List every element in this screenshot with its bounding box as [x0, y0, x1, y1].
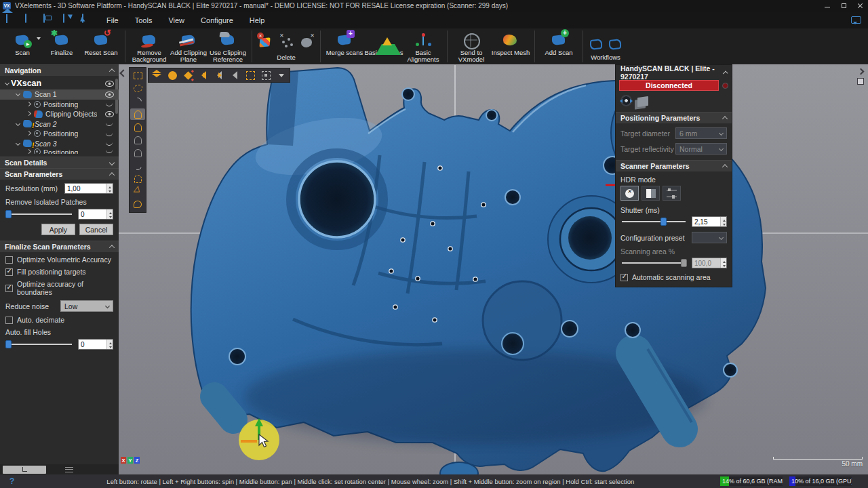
- tree-item[interactable]: Scan 3: [0, 139, 119, 149]
- resolution-spinbox[interactable]: [64, 183, 113, 194]
- cancel-button[interactable]: Cancel: [79, 224, 113, 235]
- tree-expander-icon[interactable]: [26, 101, 33, 108]
- scan-parameters-header[interactable]: Scan Parameters: [0, 168, 119, 180]
- visibility-toggle-icon[interactable]: [104, 102, 115, 106]
- ribbon-button[interactable]: Add Clipping Plane: [169, 30, 208, 63]
- remove-patches-spinbox[interactable]: [78, 209, 113, 220]
- visibility-toggle-icon[interactable]: [104, 92, 115, 98]
- menu-item[interactable]: Help: [243, 14, 272, 26]
- visibility-toggle-icon[interactable]: [104, 148, 115, 153]
- selection-tool-button[interactable]: [130, 121, 145, 133]
- selection-tool-button[interactable]: [130, 96, 145, 107]
- ribbon-button[interactable]: Basic Alignments: [403, 30, 443, 63]
- configuration-preset-dropdown[interactable]: [692, 232, 727, 243]
- selection-tool-button[interactable]: [130, 134, 145, 146]
- spinner-arrows[interactable]: [106, 340, 113, 349]
- shutter-spinbox[interactable]: [692, 216, 727, 227]
- tree-expander-icon[interactable]: [26, 130, 33, 137]
- ribbon-button[interactable]: Add Scan: [539, 30, 578, 63]
- export-button[interactable]: [80, 14, 93, 26]
- slider-thumb[interactable]: [5, 210, 12, 218]
- remove-patches-input[interactable]: [79, 209, 106, 219]
- apply-button[interactable]: Apply: [41, 224, 75, 235]
- tree-expander-icon[interactable]: [26, 148, 33, 154]
- scan-details-header[interactable]: Scan Details: [0, 157, 119, 168]
- close-button[interactable]: [852, 0, 868, 12]
- footer-list-icon[interactable]: [65, 467, 73, 472]
- selection-tool-button[interactable]: [130, 160, 145, 171]
- save-button[interactable]: [42, 14, 55, 26]
- selection-tool-button[interactable]: [130, 83, 145, 94]
- ribbon-button[interactable]: Reset Scan: [81, 30, 121, 63]
- remove-patches-slider[interactable]: [5, 209, 73, 219]
- view-tool-button[interactable]: [151, 70, 162, 81]
- surface-mode-icon[interactable]: [637, 96, 648, 107]
- selection-tool-button[interactable]: [130, 108, 145, 120]
- view-tool-button[interactable]: [276, 70, 287, 81]
- view-tool-button[interactable]: [198, 70, 209, 81]
- spinner-arrows[interactable]: [106, 184, 113, 193]
- home-button[interactable]: [4, 14, 17, 26]
- spinner-arrows[interactable]: [720, 217, 726, 226]
- view-tool-button[interactable]: [167, 70, 178, 81]
- shutter-slider[interactable]: [620, 217, 687, 226]
- selection-tool-button[interactable]: [130, 70, 145, 81]
- visibility-toggle-icon[interactable]: [104, 121, 115, 126]
- delete-points-icon[interactable]: [278, 34, 294, 50]
- positioning-parameters-header[interactable]: Positioning Parameters: [616, 112, 732, 123]
- ribbon-button[interactable]: Send to VXmodel: [452, 30, 491, 63]
- checkbox[interactable]: [5, 256, 13, 264]
- selection-tool-button[interactable]: [130, 147, 145, 159]
- fill-holes-spinbox[interactable]: [78, 339, 113, 350]
- feedback-bubble-icon[interactable]: [851, 16, 861, 24]
- new-session-button[interactable]: [23, 14, 36, 26]
- menu-item[interactable]: File: [100, 14, 125, 26]
- ribbon-button[interactable]: Remove Background: [130, 30, 169, 63]
- tree-item[interactable]: Positioning: [0, 100, 119, 110]
- tree-expander-icon[interactable]: [15, 91, 22, 98]
- menu-item[interactable]: Configure: [194, 14, 240, 26]
- menu-item[interactable]: Tools: [128, 14, 159, 26]
- visibility-toggle-icon[interactable]: [104, 111, 115, 117]
- tree-expander-icon[interactable]: [15, 140, 22, 147]
- scanner-panel-header[interactable]: HandySCAN BLACK | Elite - 9270217: [616, 65, 732, 80]
- tree-expander-icon[interactable]: [4, 80, 11, 87]
- tree-item[interactable]: Scan 1: [0, 89, 119, 100]
- tree-item[interactable]: Scan 2: [0, 119, 119, 129]
- resolution-input[interactable]: [65, 184, 106, 193]
- selection-tool-button[interactable]: [130, 186, 145, 197]
- view-tool-button[interactable]: [245, 70, 256, 81]
- delete-targets-icon[interactable]: [258, 34, 274, 50]
- fill-holes-input[interactable]: [79, 340, 106, 349]
- hdr-off-button[interactable]: [620, 186, 639, 201]
- ribbon-button[interactable]: Merge scans: [325, 30, 364, 63]
- tree-item[interactable]: Positioning: [0, 148, 119, 154]
- import-button[interactable]: [61, 14, 74, 26]
- menu-item[interactable]: View: [161, 14, 191, 26]
- delete-surface-icon[interactable]: [298, 34, 315, 50]
- checkbox-row[interactable]: Optimize Volumetric Accuracy: [5, 256, 113, 264]
- maximize-button[interactable]: [835, 0, 852, 12]
- slider-thumb[interactable]: [5, 340, 12, 348]
- ribbon-button[interactable]: Basic Entities: [364, 30, 403, 63]
- workflow-alt-icon[interactable]: [608, 38, 623, 50]
- visibility-toggle-icon[interactable]: [104, 141, 115, 146]
- ribbon-button[interactable]: Use Clipping Reference: [208, 30, 248, 63]
- footer-view-button[interactable]: [3, 466, 46, 474]
- tree-expander-icon[interactable]: [26, 110, 33, 117]
- tree-expander-icon[interactable]: [15, 121, 22, 127]
- expand-right-panel-icon[interactable]: [857, 68, 864, 75]
- view-tool-button[interactable]: [260, 70, 271, 81]
- navigation-header[interactable]: Navigation: [0, 64, 119, 76]
- tree-item[interactable]: Positioning: [0, 129, 119, 139]
- tree-item[interactable]: Clipping Objects: [0, 109, 119, 119]
- help-icon[interactable]: ?: [9, 476, 14, 486]
- tree-item[interactable]: VXscan: [0, 77, 119, 89]
- view-tool-button[interactable]: [214, 70, 224, 81]
- view-tool-button[interactable]: [182, 70, 193, 81]
- positioning-target-icon[interactable]: [620, 95, 632, 106]
- ribbon-button[interactable]: Inspect Mesh: [491, 30, 530, 63]
- ribbon-button[interactable]: Scan: [3, 30, 42, 63]
- hdr-custom-button[interactable]: [663, 186, 681, 201]
- checkbox-row[interactable]: Optimize accuracy of boundaries: [5, 280, 113, 296]
